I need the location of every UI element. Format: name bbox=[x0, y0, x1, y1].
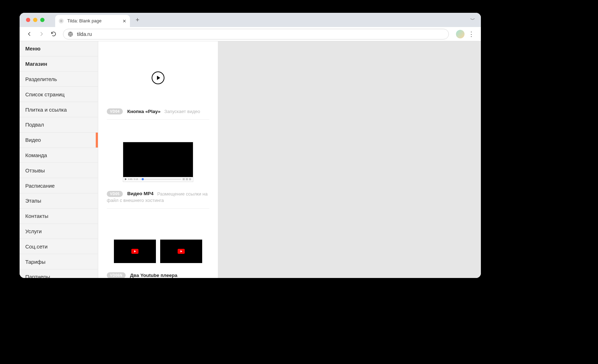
close-window-icon[interactable] bbox=[26, 18, 30, 22]
tab-favicon-icon bbox=[59, 18, 64, 23]
tab-strip: Tilda: Blank page ✕ + ﹀ bbox=[20, 13, 481, 27]
site-info-icon bbox=[68, 31, 73, 37]
tab-close-icon[interactable]: ✕ bbox=[122, 18, 126, 24]
block-code-badge: VD04 bbox=[107, 108, 123, 114]
browser-menu-icon[interactable]: ⋮ bbox=[466, 30, 477, 38]
sidebar-item-label: Подвал bbox=[25, 122, 44, 128]
reload-button[interactable] bbox=[48, 29, 59, 39]
minimize-window-icon[interactable] bbox=[33, 18, 37, 22]
sidebar-item-label: Расписание bbox=[25, 183, 55, 189]
sidebar-item[interactable]: Магазин bbox=[20, 57, 98, 72]
block-description: Запускает видео bbox=[164, 109, 200, 114]
forward-button[interactable] bbox=[36, 29, 47, 39]
sidebar-item-label: Меню bbox=[25, 46, 41, 52]
sidebar-item-label: Тарифы bbox=[25, 259, 46, 265]
sidebar-item[interactable]: Партнеры bbox=[20, 269, 98, 278]
sidebar-item[interactable]: Подвал bbox=[20, 117, 98, 133]
download-icon bbox=[189, 178, 191, 180]
block-code-badge: VD05 bbox=[107, 191, 123, 197]
block-title: Видео MP4 bbox=[127, 191, 153, 197]
video-controls-bar: 0:00 / 0:15 bbox=[123, 177, 193, 182]
sidebar-item-label: Отзывы bbox=[25, 167, 45, 173]
fullscreen-icon bbox=[183, 178, 185, 180]
sidebar-item[interactable]: Услуги bbox=[20, 224, 98, 239]
sidebar-item[interactable]: Этапы bbox=[20, 193, 98, 209]
window-controls bbox=[23, 18, 44, 22]
maximize-window-icon[interactable] bbox=[40, 18, 44, 22]
page-content: МенюМагазинРазделительСписок страницПлит… bbox=[20, 41, 481, 278]
block-title: Кнопка «Play» bbox=[127, 109, 161, 114]
sidebar-item-label: Партнеры bbox=[25, 274, 50, 278]
sidebar-item[interactable]: Команда bbox=[20, 148, 98, 163]
sidebar-item[interactable]: Плитка и ссылка bbox=[20, 102, 98, 117]
block-preview bbox=[107, 48, 209, 108]
sidebar-item[interactable]: Видео bbox=[20, 133, 98, 148]
block-preview bbox=[107, 215, 209, 272]
sidebar-item[interactable]: Контакты bbox=[20, 209, 98, 224]
tab-title: Tilda: Blank page bbox=[67, 18, 101, 23]
category-sidebar: МенюМагазинРазделительСписок страницПлит… bbox=[20, 41, 98, 278]
address-bar-url: tilda.ru bbox=[77, 31, 92, 37]
back-button[interactable] bbox=[24, 29, 35, 39]
tabs-dropdown-icon[interactable]: ﹀ bbox=[468, 15, 477, 25]
sidebar-item[interactable]: Соц.сети bbox=[20, 239, 98, 254]
sidebar-item[interactable]: Расписание bbox=[20, 178, 98, 193]
youtube-icon bbox=[131, 249, 138, 254]
block-card-vd05[interactable]: 0:00 / 0:15 VD05 Видео MP4 Размещение сс… bbox=[107, 120, 209, 208]
sidebar-item[interactable]: Список страниц bbox=[20, 87, 98, 102]
sidebar-item[interactable]: Меню bbox=[20, 41, 98, 57]
sidebar-item-label: Соц.сети bbox=[25, 243, 48, 250]
browser-window: Tilda: Blank page ✕ + ﹀ tilda.ru ⋮ bbox=[20, 13, 481, 278]
sidebar-item-label: Разделитель bbox=[25, 76, 57, 82]
progress-bar bbox=[140, 179, 181, 180]
profile-avatar[interactable] bbox=[456, 30, 465, 38]
video-screen bbox=[123, 142, 193, 177]
sidebar-item[interactable]: Разделитель bbox=[20, 72, 98, 87]
youtube-thumbnail bbox=[114, 240, 156, 263]
browser-tab[interactable]: Tilda: Blank page ✕ bbox=[55, 15, 130, 27]
sidebar-item-label: Услуги bbox=[25, 228, 42, 234]
video-player-mockup: 0:00 / 0:15 bbox=[123, 142, 193, 182]
address-bar[interactable]: tilda.ru bbox=[63, 29, 449, 39]
sidebar-item-label: Магазин bbox=[25, 61, 47, 67]
right-controls bbox=[183, 178, 191, 180]
block-card-vd04[interactable]: VD04 Кнопка «Play» Запускает видео bbox=[107, 41, 209, 120]
block-title: Два Youtube плеера bbox=[130, 273, 177, 278]
sidebar-item-label: Этапы bbox=[25, 198, 41, 204]
block-preview: 0:00 / 0:15 bbox=[107, 126, 209, 190]
volume-icon bbox=[186, 178, 188, 180]
play-icon bbox=[125, 178, 127, 180]
video-time: 0:00 / 0:15 bbox=[128, 178, 138, 180]
youtube-thumbnail bbox=[160, 240, 202, 263]
block-code-badge: VD06N bbox=[107, 272, 126, 278]
sidebar-item-label: Команда bbox=[25, 152, 47, 158]
sidebar-item[interactable]: Отзывы bbox=[20, 163, 98, 178]
block-list-panel: VD04 Кнопка «Play» Запускает видео 0:00 … bbox=[98, 41, 218, 278]
sidebar-item-label: Видео bbox=[25, 137, 41, 143]
play-icon bbox=[152, 71, 164, 84]
block-card-vd06n[interactable]: VD06N Два Youtube плеера bbox=[107, 209, 209, 278]
sidebar-item-label: Плитка и ссылка bbox=[25, 107, 67, 113]
new-tab-button[interactable]: + bbox=[133, 16, 142, 24]
sidebar-item[interactable]: Тарифы bbox=[20, 254, 98, 269]
youtube-icon bbox=[178, 249, 185, 254]
browser-toolbar: tilda.ru ⋮ bbox=[20, 27, 481, 41]
canvas-area bbox=[218, 41, 481, 278]
sidebar-item-label: Список страниц bbox=[25, 91, 64, 97]
sidebar-item-label: Контакты bbox=[25, 213, 48, 219]
